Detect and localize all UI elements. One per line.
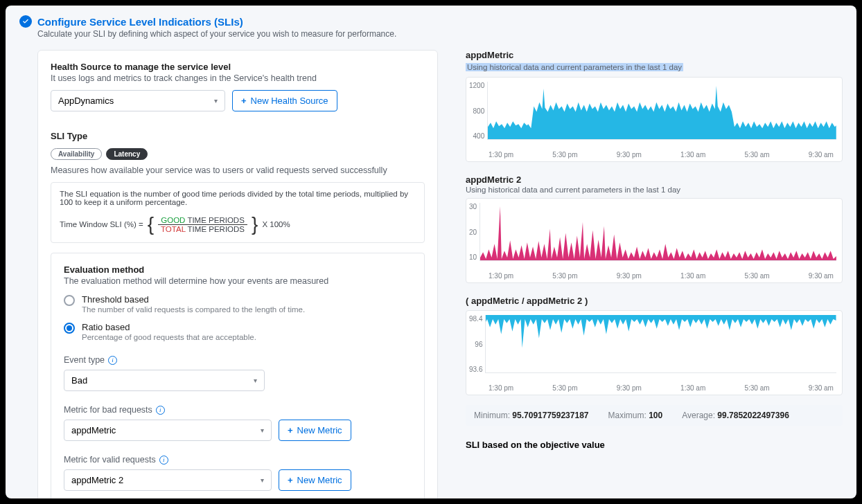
health-source-label: Health Source to manage the service leve… xyxy=(51,62,425,72)
radio-icon-selected xyxy=(64,323,75,334)
chevron-down-icon: ▾ xyxy=(254,377,257,384)
sli-equation-box: The SLI equation is the number of good t… xyxy=(51,182,425,243)
page-title: Configure Service Level Indicatiors (SLI… xyxy=(37,16,243,28)
chart1-title: appdMetric xyxy=(466,50,843,60)
chart3-title: ( appdMetric / appdMetric 2 ) xyxy=(466,296,843,306)
config-card: Health Source to manage the service leve… xyxy=(37,50,438,498)
sli-type-desc: Measures how available your service was … xyxy=(51,165,425,175)
sli-type-label: SLI Type xyxy=(51,131,425,141)
page-subtitle: Calculate your SLI by defining which asp… xyxy=(19,29,843,39)
info-icon: i xyxy=(108,356,117,365)
plus-icon: + xyxy=(288,425,293,435)
radio-ratio[interactable]: Ratio based Percentage of good requests … xyxy=(64,322,412,341)
event-type-select[interactable]: Bad ▾ xyxy=(64,370,265,391)
check-circle-icon xyxy=(19,15,32,28)
chart2-sub: Using historical data and current parame… xyxy=(466,186,843,194)
pill-availability[interactable]: Availability xyxy=(51,148,102,160)
valid-metric-select[interactable]: appdMetric 2 ▾ xyxy=(64,469,272,491)
new-health-source-button[interactable]: + New Health Source xyxy=(232,90,337,111)
chart1: 1200 800 400 1:30 pm5:30 pm9:30 pm1:30 a… xyxy=(466,77,843,162)
sli-objective-title: SLI based on the objective value xyxy=(466,440,843,450)
new-valid-metric-button[interactable]: + New Metric xyxy=(279,469,351,491)
health-source-select[interactable]: AppDynamics ▾ xyxy=(51,90,225,111)
chart1-sub: Using historical data and current parame… xyxy=(466,63,683,71)
plus-icon: + xyxy=(288,475,293,485)
plus-icon: + xyxy=(241,96,247,106)
radio-icon xyxy=(64,295,75,306)
chart3: 98.4 96 93.6 1:30 pm5:30 pm9:3 xyxy=(466,310,843,395)
chevron-down-icon: ▾ xyxy=(261,426,264,434)
chevron-down-icon: ▾ xyxy=(261,476,264,484)
eval-desc: The evaluation method will determine how… xyxy=(64,276,412,286)
bad-metric-select[interactable]: appdMetric ▾ xyxy=(64,420,272,441)
new-bad-metric-button[interactable]: + New Metric xyxy=(279,420,351,441)
health-source-value: AppDynamics xyxy=(58,96,114,106)
health-source-desc: It uses logs and metrics to track change… xyxy=(51,73,425,83)
info-icon: i xyxy=(156,406,165,415)
chart2-title: appdMetric 2 xyxy=(466,174,843,185)
info-icon: i xyxy=(159,456,168,465)
bad-metric-label: Metric for bad requests i xyxy=(64,405,412,415)
radio-threshold[interactable]: Threshold based The number of valid requ… xyxy=(64,294,412,314)
eval-title: Evaluation method xyxy=(64,264,412,275)
event-type-label: Event type i xyxy=(64,355,412,365)
valid-metric-label: Metric for valid requests i xyxy=(64,455,412,465)
pill-latency[interactable]: Latency xyxy=(106,148,148,160)
chart2: 30 20 10 1:30 pm5:30 pm9:30 pm xyxy=(466,198,843,283)
stats-row: Minimum: 95.70917759237187 Maximum: 100 … xyxy=(466,405,843,426)
chevron-down-icon: ▾ xyxy=(214,97,218,105)
